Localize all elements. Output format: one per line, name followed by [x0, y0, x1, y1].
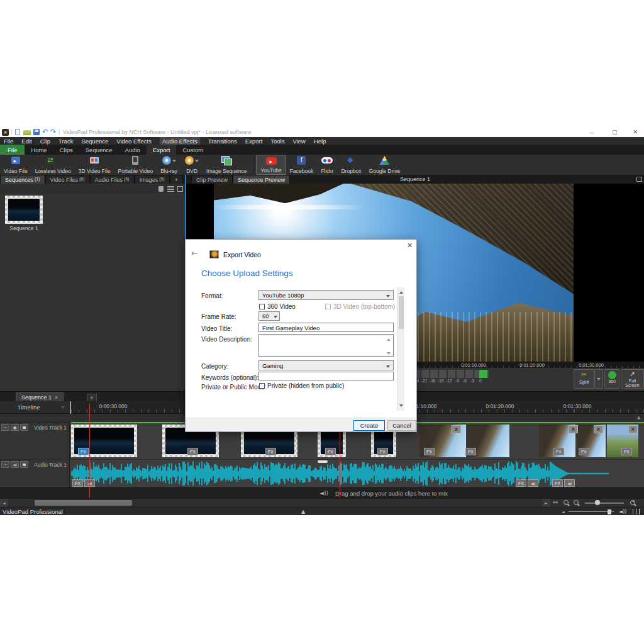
- audio-fx-badge[interactable]: FX: [552, 479, 563, 487]
- menu-view[interactable]: View: [292, 138, 305, 145]
- zoom-selection-icon[interactable]: ▫: [564, 500, 569, 505]
- audio-volume-badge[interactable]: ◄): [564, 479, 575, 487]
- track-mute-button[interactable]: ◄): [11, 461, 19, 468]
- list-view-icon[interactable]: [167, 186, 174, 192]
- zoom-slider-track[interactable]: [585, 502, 624, 504]
- toolbar-facebook[interactable]: f Facebook: [286, 155, 317, 175]
- redo-icon[interactable]: ↷: [50, 128, 56, 136]
- toolbar-3d-video-file[interactable]: 3D Video File: [75, 155, 114, 175]
- menu-tools[interactable]: Tools: [270, 138, 284, 145]
- scroll-down-icon[interactable]: [387, 352, 391, 357]
- fx-badge[interactable]: FX: [465, 448, 476, 455]
- track-visibility-button[interactable]: ◉: [11, 424, 19, 431]
- scroll-left-icon[interactable]: ◄: [0, 499, 8, 507]
- tab-images[interactable]: Images(5): [135, 175, 170, 184]
- collapse-track-button[interactable]: −: [1, 424, 9, 431]
- tab-audio-files[interactable]: Audio Files(6): [90, 175, 135, 184]
- dialog-close-button[interactable]: ✕: [407, 242, 413, 250]
- toolbar-portable-video[interactable]: Portable Video: [114, 155, 157, 175]
- collapse-track-button[interactable]: −: [1, 461, 9, 468]
- playhead[interactable]: [89, 404, 90, 497]
- new-project-icon[interactable]: [15, 129, 20, 135]
- audio-fx-badge[interactable]: FX: [72, 479, 83, 487]
- dialog-back-button[interactable]: ←: [191, 248, 198, 258]
- mixer-icon[interactable]: [633, 509, 640, 514]
- privacy-checkbox[interactable]: [259, 383, 265, 389]
- video-title-input[interactable]: First Gameplay Video: [258, 323, 394, 332]
- zoom-in-icon[interactable]: +: [630, 500, 635, 505]
- cancel-button[interactable]: Cancel: [387, 420, 416, 431]
- menu-transitions[interactable]: Transitions: [208, 138, 237, 145]
- volume-slider-thumb[interactable]: [608, 509, 611, 514]
- transition-badge[interactable]: X: [594, 425, 603, 433]
- tab-sequences[interactable]: Sequences(1): [0, 175, 45, 184]
- toolbar-google-drive[interactable]: Google Drive: [365, 155, 404, 175]
- split-button[interactable]: ✂ Split: [574, 369, 594, 389]
- fx-badge[interactable]: FX: [621, 448, 632, 455]
- menu-edit[interactable]: Edit: [21, 138, 31, 145]
- scroll-right-icon[interactable]: ►: [542, 499, 550, 507]
- menu-video-effects[interactable]: Video Effects: [116, 138, 152, 145]
- fx-badge[interactable]: FX: [424, 448, 435, 455]
- toolbar-lossless-video[interactable]: ⇄ Lossless Video: [31, 155, 75, 175]
- fx-badge[interactable]: FX: [78, 448, 89, 455]
- ribbon-tab-audio[interactable]: Audio: [119, 145, 147, 155]
- transition-badge[interactable]: X: [452, 425, 461, 433]
- menu-sequence[interactable]: Sequence: [81, 138, 108, 145]
- ribbon-tab-custom[interactable]: Custom: [176, 145, 209, 155]
- ribbon-tab-home[interactable]: Home: [25, 145, 53, 155]
- toolbar-dvd[interactable]: DVD: [181, 155, 203, 175]
- tab-sequence-1[interactable]: Sequence 1 ×: [16, 392, 64, 402]
- tab-add-bin[interactable]: +: [170, 175, 183, 184]
- close-tab-icon[interactable]: ×: [55, 394, 58, 401]
- fx-badge[interactable]: FX: [187, 448, 198, 455]
- toolbar-video-file[interactable]: ▶ Video File: [0, 155, 31, 175]
- fx-badge[interactable]: FX: [325, 448, 336, 455]
- create-button[interactable]: Create: [353, 420, 385, 431]
- volume-max-icon[interactable]: ◄)): [619, 509, 626, 514]
- menu-track[interactable]: Track: [58, 138, 73, 145]
- frame-rate-dropdown[interactable]: 60: [258, 311, 280, 321]
- fit-timeline-icon[interactable]: ↔: [553, 499, 558, 506]
- keywords-input[interactable]: [258, 372, 394, 380]
- timeline-mode-selector[interactable]: Timeline: [0, 401, 70, 414]
- zoom-out-icon[interactable]: -: [574, 500, 579, 505]
- ribbon-tab-sequence[interactable]: Sequence: [79, 145, 119, 155]
- minimize-button[interactable]: –: [590, 128, 594, 136]
- fullscreen-button[interactable]: ↗ Full Screen: [621, 369, 644, 389]
- scrollbar-thumb[interactable]: [399, 296, 404, 329]
- fx-badge[interactable]: FX: [377, 448, 388, 455]
- toolbar-dropbox[interactable]: ❖ Dropbox: [337, 155, 365, 175]
- toolbar-flickr[interactable]: Flickr: [317, 155, 337, 175]
- view-360-button[interactable]: 360: [604, 369, 619, 389]
- video-description-textarea[interactable]: [258, 334, 394, 357]
- menu-clip[interactable]: Clip: [40, 138, 50, 145]
- menu-audio-effects[interactable]: Audio Effects: [160, 137, 200, 145]
- scroll-up-icon[interactable]: ▲: [637, 415, 640, 420]
- detach-panel-icon[interactable]: [177, 186, 183, 192]
- 360-video-checkbox[interactable]: [259, 304, 265, 309]
- scrollbar-thumb[interactable]: [35, 500, 132, 506]
- format-dropdown[interactable]: YouTube 1080p: [258, 290, 394, 300]
- sequence-thumbnail[interactable]: [5, 196, 43, 224]
- scroll-down-icon[interactable]: [399, 404, 403, 409]
- menu-file[interactable]: File: [4, 138, 13, 145]
- tab-clip-preview[interactable]: Clip Preview: [191, 175, 233, 184]
- ribbon-tab-export[interactable]: Export: [147, 145, 176, 155]
- split-options-button[interactable]: [594, 369, 603, 389]
- maximize-button[interactable]: ▢: [612, 129, 618, 135]
- undo-icon[interactable]: ↶: [42, 128, 48, 136]
- audio-mix-row[interactable]: ◄)) Drag and drop your audio clips here …: [0, 487, 644, 498]
- transition-badge[interactable]: X: [628, 425, 638, 433]
- toolbar-youtube[interactable]: ▶ YouTube: [256, 155, 286, 175]
- menu-help[interactable]: Help: [314, 138, 326, 145]
- fx-badge[interactable]: FX: [265, 448, 276, 455]
- tab-sequence-preview[interactable]: Sequence Preview: [233, 175, 290, 184]
- fx-badge[interactable]: FX: [553, 448, 564, 455]
- audio-clip-handle[interactable]: [318, 460, 328, 463]
- audio-fx-badge[interactable]: FX: [516, 479, 526, 487]
- detach-preview-icon[interactable]: [636, 177, 642, 182]
- menu-export[interactable]: Export: [245, 138, 262, 145]
- tab-video-files[interactable]: Video Files(6): [45, 175, 90, 184]
- delete-icon[interactable]: [158, 186, 164, 192]
